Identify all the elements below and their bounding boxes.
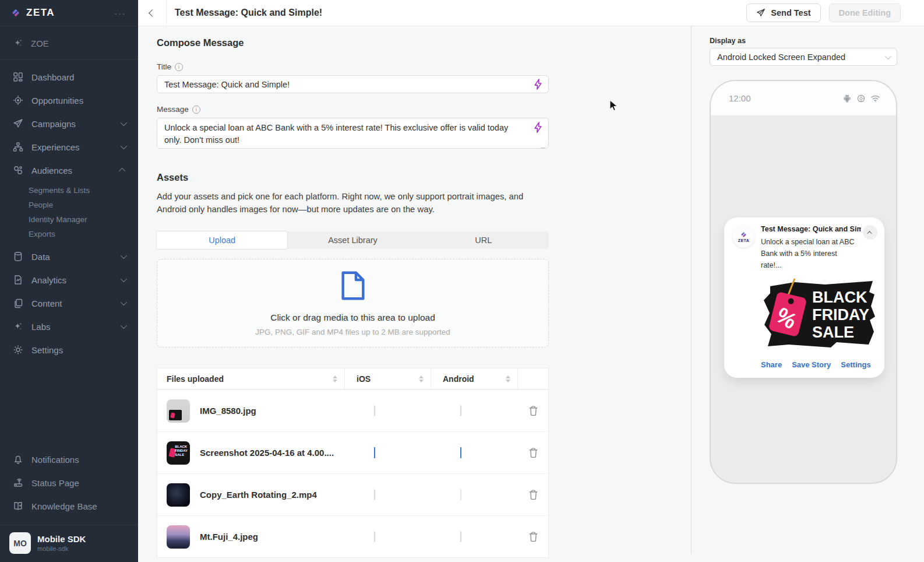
chevron-down-icon — [121, 120, 127, 126]
workspace-slug: mobile-sdk — [37, 545, 86, 552]
phone-preview: 12:00 ZETA Test Message: Quick and Simpl… — [710, 80, 897, 484]
message-label-row: Message i — [157, 105, 551, 114]
notification-actions: Share Save Story Settings — [761, 360, 876, 369]
paper-plane-icon — [13, 118, 23, 129]
delete-file-button[interactable] — [528, 405, 538, 416]
info-icon[interactable]: i — [175, 63, 183, 71]
sidebar-item-opportunities[interactable]: Opportunities — [0, 89, 138, 112]
phone-statusbar: 12:00 — [711, 81, 896, 115]
sidebar-item-exports[interactable]: Exports — [0, 227, 138, 241]
bell-icon — [13, 454, 23, 465]
topbar: Test Message: Quick and Simple! Send Tes… — [138, 0, 924, 26]
tab-upload[interactable]: Upload — [157, 231, 287, 249]
book-icon — [13, 501, 23, 511]
save-story-action[interactable]: Save Story — [792, 360, 831, 369]
display-as-select[interactable]: Android Locked Screen Expanded — [710, 48, 897, 66]
notification-collapse-button[interactable] — [863, 225, 877, 240]
sidebar-item-knowledge-base[interactable]: Knowledge Base — [0, 494, 138, 518]
sidebar-item-identity-manager[interactable]: Identity Manager — [0, 212, 138, 227]
tab-url[interactable]: URL — [418, 231, 549, 249]
table-row: BLACKFRIDAYSALE Screenshot 2025-04-16 at… — [157, 431, 548, 473]
sidebar-item-notifications[interactable]: Notifications — [0, 448, 138, 471]
dashboard-icon — [13, 72, 23, 82]
sidebar-item-label: Dashboard — [31, 72, 74, 82]
column-header-ios[interactable]: iOS — [345, 368, 431, 389]
android-checkbox[interactable] — [460, 531, 461, 542]
done-editing-button[interactable]: Done Editing — [829, 3, 901, 22]
sidebar-item-content[interactable]: Content — [0, 291, 138, 315]
app-canvas: ZETA ··· ZOE Dashboard Opportunities Cam… — [0, 0, 924, 562]
upload-dropzone[interactable]: Click or drag media to this area to uplo… — [157, 259, 549, 347]
info-icon[interactable]: i — [192, 106, 200, 114]
files-table: Files uploaded iOS Android IMG_8580.jpg — [157, 368, 549, 558]
notification-image: % BLACK FRIDAY SALE — [761, 277, 876, 353]
android-checkbox[interactable] — [460, 447, 461, 458]
title-input[interactable] — [157, 75, 549, 93]
phone-time: 12:00 — [729, 93, 751, 103]
column-header-android[interactable]: Android — [431, 368, 518, 389]
sidebar-item-labs[interactable]: Labs — [0, 315, 138, 338]
sidebar-item-campaigns[interactable]: Campaigns — [0, 112, 138, 135]
antenna-icon — [13, 477, 23, 488]
audiences-icon — [13, 165, 23, 175]
sidebar-item-label: ZOE — [31, 38, 49, 48]
chevron-down-icon — [121, 276, 127, 282]
wifi-icon — [870, 94, 880, 103]
table-row: Copy_Earth Rotating_2.mp4 — [157, 473, 548, 515]
ios-checkbox[interactable] — [374, 447, 375, 458]
android-checkbox[interactable] — [460, 405, 461, 416]
database-icon — [13, 251, 23, 262]
sort-icon — [419, 375, 424, 382]
send-test-button[interactable]: Send Test — [746, 3, 820, 22]
sidebar-item-status-page[interactable]: Status Page — [0, 471, 138, 494]
file-name: Mt.Fuji_4.jpeg — [200, 532, 258, 542]
display-as-label: Display as — [710, 37, 746, 45]
zeta-logo-icon — [10, 8, 21, 18]
share-action[interactable]: Share — [761, 360, 782, 369]
sidebar-item-label: Knowledge Base — [31, 501, 97, 511]
sidebar-item-experiences[interactable]: Experiences — [0, 135, 138, 159]
ai-lightning-icon[interactable] — [534, 79, 542, 92]
ai-lightning-icon[interactable] — [534, 122, 542, 135]
column-header-files-uploaded[interactable]: Files uploaded — [157, 368, 345, 389]
sidebar: ZETA ··· ZOE Dashboard Opportunities Cam… — [0, 0, 138, 562]
ios-checkbox[interactable] — [374, 489, 375, 500]
data-saver-icon — [856, 94, 866, 103]
workspace-avatar: MO — [9, 532, 31, 554]
sidebar-item-zoe[interactable]: ZOE — [0, 26, 138, 59]
android-checkbox[interactable] — [460, 489, 461, 500]
ios-checkbox[interactable] — [374, 405, 375, 416]
sidebar-menu-dots[interactable]: ··· — [114, 8, 126, 18]
sidebar-item-people[interactable]: People — [0, 198, 138, 212]
sidebar-item-label: Content — [31, 298, 62, 308]
sidebar-item-data[interactable]: Data — [0, 245, 138, 268]
files-table-header: Files uploaded iOS Android — [157, 368, 548, 389]
file-thumbnail: BLACKFRIDAYSALE — [167, 441, 190, 465]
delete-file-button[interactable] — [528, 447, 538, 458]
delete-file-button[interactable] — [528, 531, 538, 542]
tab-asset-library[interactable]: Asset Library — [287, 231, 418, 249]
message-textarea[interactable]: Unlock a special loan at ABC Bank with a… — [157, 118, 549, 149]
delete-file-button[interactable] — [528, 489, 538, 500]
android-icon — [842, 94, 852, 103]
sidebar-nav: Dashboard Opportunities Campaigns Experi… — [0, 59, 138, 361]
sidebar-item-analytics[interactable]: Analytics — [0, 268, 138, 291]
sidebar-item-label: Analytics — [31, 275, 66, 285]
sidebar-item-audiences[interactable]: Audiences — [0, 159, 138, 182]
sidebar-item-settings[interactable]: Settings — [0, 338, 138, 361]
assets-heading: Assets — [157, 172, 551, 183]
sidebar-item-dashboard[interactable]: Dashboard — [0, 65, 138, 89]
dropzone-hint: JPG, PNG, GIF and MP4 files up to 2 MB a… — [255, 328, 450, 336]
settings-action[interactable]: Settings — [841, 360, 870, 369]
image-line-2: FRIDAY — [812, 306, 869, 324]
target-icon — [13, 95, 23, 106]
message-label: Message — [157, 105, 189, 114]
workspace-switcher[interactable]: MO Mobile SDK mobile-sdk — [0, 525, 138, 562]
back-button[interactable] — [138, 0, 167, 26]
sidebar-item-label: Campaigns — [31, 119, 76, 129]
sort-icon — [333, 375, 337, 382]
sidebar-item-segments-lists[interactable]: Segments & Lists — [0, 183, 138, 198]
ios-checkbox[interactable] — [374, 531, 375, 542]
file-name: Screenshot 2025-04-16 at 4.00.... — [200, 448, 334, 458]
asset-source-tabs: Upload Asset Library URL — [157, 231, 549, 249]
